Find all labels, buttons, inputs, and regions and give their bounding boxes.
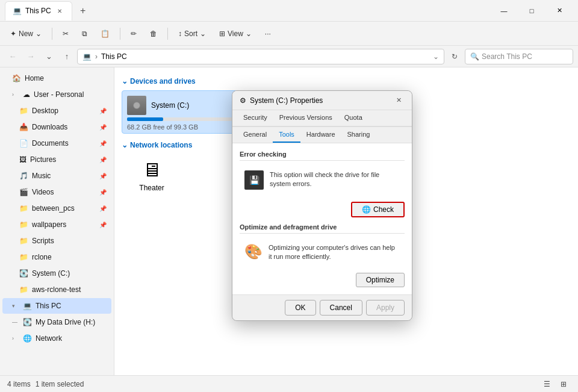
optimize-icon: 🎨 (244, 243, 263, 262)
dialog-footer: OK Cancel Apply (232, 294, 412, 320)
optimize-top: 🎨 Optimizing your computer's drives can … (240, 238, 405, 267)
dialog-overlay: ⚙ System (C:) Properties ✕ Security Prev… (0, 0, 578, 392)
error-check-section: 💾 This option will check the drive for f… (240, 166, 405, 194)
tab-tools[interactable]: Tools (273, 127, 300, 143)
check-btn-label: Check (373, 205, 394, 214)
tab-tools-label: Tools (279, 131, 294, 138)
tab-general-label: General (243, 131, 267, 138)
optimize-desc: Optimizing your computer's drives can he… (269, 243, 400, 262)
hdd-check-icon: 💾 (249, 175, 259, 185)
properties-dialog: ⚙ System (C:) Properties ✕ Security Prev… (232, 90, 412, 321)
tab-quota[interactable]: Quota (338, 110, 368, 126)
optimize-title: Optimize and defragment drive (240, 223, 405, 234)
check-btn-row: 🌐 Check (240, 202, 405, 217)
apply-button[interactable]: Apply (366, 300, 405, 316)
tab-sharing[interactable]: Sharing (341, 127, 376, 143)
dialog-icon: ⚙ (240, 96, 246, 105)
error-checking-title: Error checking (240, 151, 405, 161)
ok-label: OK (295, 303, 305, 312)
tab-quota-label: Quota (344, 114, 362, 121)
dialog-titlebar: ⚙ System (C:) Properties ✕ (232, 91, 412, 110)
error-check-icon: 💾 (244, 170, 264, 190)
check-btn-icon: 🌐 (362, 205, 371, 214)
tab-hardware-label: Hardware (306, 131, 335, 138)
dialog-content: Error checking 💾 This option will check … (232, 143, 412, 294)
error-check-desc: This option will check the drive for fil… (270, 170, 400, 190)
dialog-tabs: Security Previous Versions Quota (232, 110, 412, 126)
tab-prev-versions-label: Previous Versions (279, 114, 332, 121)
optimize-btn-label: Optimize (366, 276, 394, 284)
ok-button[interactable]: OK (285, 300, 315, 316)
tab-security[interactable]: Security (237, 110, 273, 126)
optimize-button[interactable]: Optimize (356, 273, 405, 287)
dialog-close-icon: ✕ (396, 96, 402, 104)
optimize-section: Optimize and defragment drive 🎨 Optimizi… (240, 223, 405, 287)
tab-hardware[interactable]: Hardware (300, 127, 341, 143)
tab-sharing-label: Sharing (347, 131, 370, 138)
dialog-close-button[interactable]: ✕ (393, 95, 405, 107)
tab-general[interactable]: General (237, 127, 273, 143)
dialog-title: System (C:) Properties (250, 96, 323, 105)
tab-previous-versions[interactable]: Previous Versions (273, 110, 338, 126)
tab-security-label: Security (243, 114, 267, 121)
optimize-btn-row: Optimize (240, 273, 405, 287)
cancel-button[interactable]: Cancel (320, 300, 362, 316)
dialog-tabs-2: General Tools Hardware Sharing (232, 126, 412, 143)
apply-label: Apply (376, 303, 394, 312)
check-button[interactable]: 🌐 Check (351, 202, 405, 217)
cancel-label: Cancel (330, 303, 352, 312)
